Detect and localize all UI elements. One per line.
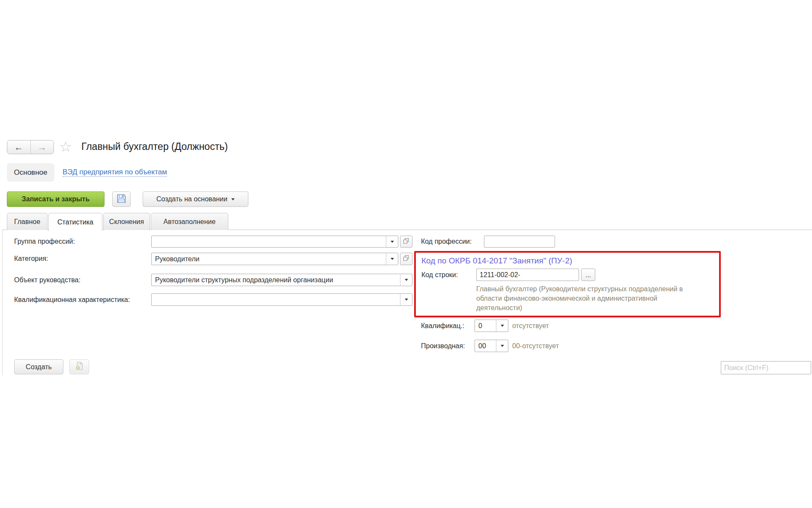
management-object-combo[interactable]: Руководители структурных подразделений о…: [151, 274, 412, 286]
line-code-input[interactable]: [476, 269, 579, 281]
chevron-down-icon: [391, 241, 394, 243]
tab-avtozapolnenie[interactable]: Автозаполнение: [151, 213, 228, 230]
chevron-down-icon: [391, 258, 394, 260]
qualification-hint: отсутствует: [512, 322, 549, 330]
floppy-disk-icon: [116, 194, 126, 205]
create-based-on-button[interactable]: Создать на основании: [143, 191, 248, 207]
chevron-down-icon: [405, 279, 408, 281]
history-nav-group: ← →: [7, 140, 54, 154]
section-link-ved[interactable]: ВЭД предприятия по объектам: [63, 168, 167, 177]
create-button[interactable]: Создать: [14, 359, 63, 374]
category-open-button[interactable]: [400, 253, 412, 265]
qualification-characteristic-combo[interactable]: [151, 293, 412, 306]
qualification-dropdown-button[interactable]: [496, 320, 508, 332]
category-value[interactable]: Руководители: [152, 253, 386, 265]
tab-panel-left-border: [2, 230, 3, 375]
create-based-on-label: Создать на основании: [156, 195, 227, 203]
field-label-derivative: Производная:: [421, 342, 465, 350]
open-in-window-icon: [403, 238, 409, 246]
tab-statistika[interactable]: Статистика: [48, 213, 102, 231]
qualification-characteristic-value[interactable]: [152, 294, 400, 305]
open-in-window-icon: [403, 255, 409, 263]
section-tab-main[interactable]: Основное: [7, 163, 54, 182]
tab-glavnoe[interactable]: Главное: [7, 213, 48, 230]
field-label-line-code: Код строки:: [421, 271, 458, 279]
management-object-dropdown-button[interactable]: [400, 274, 412, 286]
prof-code-input[interactable]: [484, 236, 555, 248]
create-group-button[interactable]: [69, 359, 89, 374]
derivative-combo[interactable]: 00: [475, 340, 508, 352]
nav-back-button[interactable]: ←: [7, 140, 31, 154]
field-label-qualification-characteristic: Квалификационная характеристика:: [14, 296, 130, 304]
derivative-hint: 00-отсутствует: [512, 342, 559, 350]
derivative-value[interactable]: 00: [475, 340, 496, 352]
field-label-category: Категория:: [14, 255, 48, 263]
profession-group-open-button[interactable]: [400, 236, 412, 248]
category-dropdown-button[interactable]: [386, 253, 398, 265]
profession-group-combo[interactable]: [151, 236, 398, 248]
okrb-description: Главный бухгалтер (Руководители структур…: [476, 284, 703, 313]
favorite-star-icon[interactable]: ☆: [59, 138, 72, 155]
save-and-close-button[interactable]: Записать и закрыть: [7, 191, 104, 207]
profession-group-value[interactable]: [152, 236, 386, 247]
page-title: Главный бухгалтер (Должность): [81, 141, 228, 152]
okrb-code-link[interactable]: Код по ОКРБ 014-2017 "Занятия" (ПУ-2): [421, 256, 572, 266]
new-document-plus-icon: [75, 362, 84, 372]
qualification-value[interactable]: 0: [475, 320, 496, 332]
chevron-down-icon: [501, 325, 504, 327]
qualification-combo[interactable]: 0: [475, 320, 508, 332]
field-label-prof-code: Код профессии:: [421, 238, 472, 245]
form-window: ← → ☆ Главный бухгалтер (Должность) Осно…: [0, 0, 812, 508]
search-input[interactable]: [721, 361, 811, 374]
chevron-down-icon: [231, 198, 235, 200]
line-code-more-button[interactable]: ...: [581, 269, 595, 281]
field-label-qualification: Квалификац.:: [421, 322, 464, 330]
save-icon-button[interactable]: [112, 191, 131, 207]
chevron-down-icon: [501, 345, 504, 347]
category-combo[interactable]: Руководители: [151, 253, 398, 265]
chevron-down-icon: [405, 299, 408, 301]
forward-arrow-icon: →: [38, 142, 47, 152]
qualification-characteristic-dropdown-button[interactable]: [400, 294, 412, 305]
tab-sklonenia[interactable]: Склонения: [103, 213, 150, 230]
derivative-dropdown-button[interactable]: [496, 340, 508, 352]
nav-forward-button[interactable]: →: [31, 140, 54, 154]
profession-group-dropdown-button[interactable]: [386, 236, 398, 247]
field-label-profession-group: Группа профессий:: [14, 238, 75, 245]
field-label-management-object: Объект руководства:: [14, 276, 81, 284]
back-arrow-icon: ←: [14, 142, 23, 152]
management-object-value[interactable]: Руководители структурных подразделений о…: [152, 274, 400, 286]
